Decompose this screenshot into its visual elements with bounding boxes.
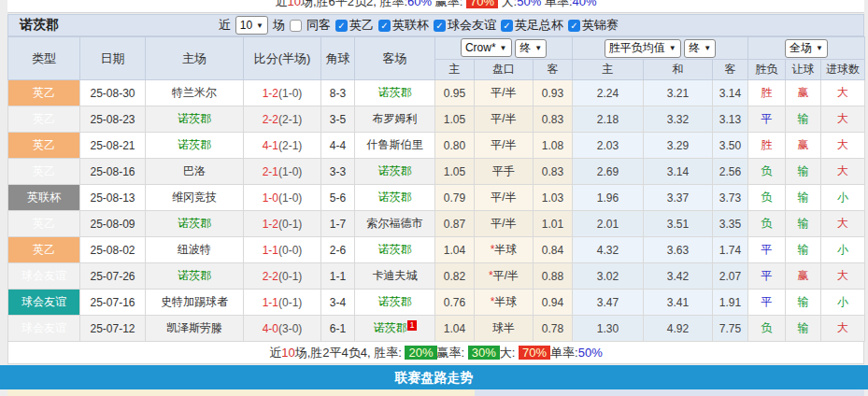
result-handicap: 赢 bbox=[786, 133, 821, 159]
history-panel: 诺茨郡 近 10▼ 场 同客 英乙 英联杯 球会友谊 英足总杯 英锦赛 bbox=[7, 14, 864, 364]
halftime-score: (1-0) bbox=[278, 165, 302, 178]
team-link[interactable]: 巴洛 bbox=[183, 164, 206, 177]
team-link[interactable]: 诺茨郡 bbox=[178, 138, 211, 151]
league-filter-3-checkbox[interactable] bbox=[434, 20, 446, 32]
score-cell: 1-1(0-0) bbox=[244, 237, 321, 263]
handicap-away-odds: 0.88 bbox=[534, 263, 573, 290]
final-value: 终 bbox=[519, 40, 531, 56]
team-link[interactable]: 史特加踢球者 bbox=[161, 295, 228, 308]
chevron-down-icon: ▼ bbox=[534, 44, 542, 52]
col-header-odds-away: 客 bbox=[713, 60, 748, 80]
halftime-score: (0-1) bbox=[278, 270, 302, 283]
fulltime-score: 1-2 bbox=[263, 87, 278, 100]
odds-home: 2.69 bbox=[573, 159, 644, 185]
match-date: 25-08-30 bbox=[80, 80, 146, 106]
home-team-cell: 史特加踢球者 bbox=[146, 290, 244, 316]
handicap-line: 球半 bbox=[475, 316, 534, 342]
summary-segment: 场,胜2平4负4, 胜率: bbox=[295, 345, 402, 361]
league-filter-1-checkbox[interactable] bbox=[335, 20, 348, 32]
odds-avg-select[interactable]: 胜平负均值▼ bbox=[605, 39, 681, 58]
odds-final-select[interactable]: 终▼ bbox=[684, 39, 716, 58]
score-cell: 1-2(1-0) bbox=[244, 80, 321, 106]
chevron-down-icon: ▼ bbox=[669, 44, 676, 52]
team-link[interactable]: 诺茨郡 bbox=[378, 191, 412, 204]
handicap-home-odds: 1.05 bbox=[435, 106, 475, 133]
away-team-cell: 索尔福德市 bbox=[355, 211, 435, 237]
result-goals: 大 bbox=[821, 159, 865, 185]
col-header-type: 类型 bbox=[8, 37, 80, 80]
corner-cell: 5-6 bbox=[321, 185, 355, 211]
next-section-header-cell bbox=[475, 389, 864, 396]
scope-select[interactable]: 全场▼ bbox=[785, 39, 828, 58]
summary-single: 50% bbox=[578, 346, 603, 360]
summary-segment: 赢率: bbox=[432, 0, 462, 8]
corner-cell: 3-4 bbox=[321, 290, 355, 316]
col-header-odds-home: 主 bbox=[573, 60, 644, 80]
changed-line-star: * bbox=[491, 243, 495, 256]
odds-draw: 3.37 bbox=[644, 185, 713, 211]
score-cell: 2-2(2-1) bbox=[244, 106, 321, 133]
same-away-checkbox[interactable] bbox=[290, 20, 302, 32]
team-link[interactable]: 凯泽斯劳滕 bbox=[166, 321, 222, 334]
result-wdl: 负 bbox=[748, 185, 786, 211]
league-filter-5-checkbox[interactable] bbox=[568, 20, 580, 32]
team-link[interactable]: 索尔福德市 bbox=[367, 217, 423, 230]
handicap-home-odds: 0.87 bbox=[435, 211, 475, 237]
handicap-line: 平手 bbox=[475, 159, 534, 185]
summary-rate: 60% bbox=[407, 0, 432, 8]
team-link[interactable]: 诺茨郡 bbox=[378, 164, 412, 177]
note-count-badge: 1 bbox=[407, 320, 416, 331]
odds-draw: 4.92 bbox=[644, 316, 713, 342]
summary-rate-badge: 20% bbox=[405, 346, 436, 360]
match-count-select[interactable]: 10▼ bbox=[235, 16, 268, 35]
result-goals: 小 bbox=[821, 290, 865, 316]
league-badge: 英乙 bbox=[8, 106, 80, 133]
fulltime-score: 4-1 bbox=[263, 139, 278, 152]
handicap-away-odds: 0.83 bbox=[534, 106, 573, 133]
away-team-cell: 布罗姆利 bbox=[355, 106, 435, 133]
summary-segment: 近 bbox=[275, 0, 287, 8]
handicap-home-odds: 1.04 bbox=[435, 237, 475, 263]
match-date: 25-07-12 bbox=[80, 316, 146, 342]
team-link[interactable]: 诺茨郡 bbox=[373, 321, 406, 334]
team-link[interactable]: 诺茨郡 bbox=[378, 86, 412, 99]
home-team-cell: 巴洛 bbox=[146, 159, 244, 185]
team-link[interactable]: 诺茨郡 bbox=[178, 112, 211, 125]
handicap-final-select[interactable]: 终▼ bbox=[515, 39, 547, 58]
team-name-title: 诺茨郡 bbox=[20, 17, 59, 34]
home-team-cell: 诺茨郡 bbox=[146, 106, 244, 133]
team-link[interactable]: 维冈竞技 bbox=[172, 191, 217, 204]
team-link[interactable]: 布罗姆利 bbox=[373, 112, 418, 125]
result-wdl: 平 bbox=[748, 106, 786, 133]
bookmaker-value: Crow* bbox=[465, 41, 496, 54]
team-link[interactable]: 诺茨郡 bbox=[178, 269, 211, 282]
league-filter-2-checkbox[interactable] bbox=[378, 20, 391, 32]
team-link[interactable]: 特兰米尔 bbox=[172, 86, 217, 99]
result-handicap: 赢 bbox=[786, 80, 821, 106]
team-link[interactable]: 诺茨郡 bbox=[378, 243, 412, 256]
team-link[interactable]: 诺茨郡 bbox=[378, 295, 412, 308]
handicap-away-odds: 1.08 bbox=[534, 133, 573, 159]
scope-select-group: 全场▼ bbox=[748, 37, 865, 60]
league-filter-2: 英联杯 bbox=[378, 17, 429, 34]
team-link[interactable]: 什鲁斯伯里 bbox=[367, 138, 423, 151]
fulltime-score: 2-2 bbox=[263, 113, 278, 126]
league-badge: 球会友谊 bbox=[8, 290, 80, 316]
halftime-score: (0-1) bbox=[278, 296, 302, 309]
handicap-line: *平/半 bbox=[475, 263, 534, 290]
fulltime-score: 4-0 bbox=[263, 322, 278, 335]
odds-draw: 3.29 bbox=[644, 133, 713, 159]
handicap-home-odds: 0.82 bbox=[435, 263, 475, 290]
summary-big-badge: 70% bbox=[519, 346, 550, 360]
odds-draw: 3.21 bbox=[644, 80, 713, 106]
team-link[interactable]: 卡迪夫城 bbox=[373, 269, 418, 282]
scope-value: 全场 bbox=[790, 40, 812, 56]
team-link[interactable]: 纽波特 bbox=[178, 243, 211, 256]
league-filter-3-label: 球会友谊 bbox=[448, 17, 496, 34]
result-handicap: 输 bbox=[786, 185, 821, 211]
bookmaker-select[interactable]: Crow*▼ bbox=[461, 38, 512, 57]
league-filter-4-checkbox[interactable] bbox=[501, 20, 513, 32]
result-wdl: 平 bbox=[748, 237, 786, 263]
team-link[interactable]: 诺茨郡 bbox=[178, 217, 211, 230]
league-filter-5: 英锦赛 bbox=[568, 17, 619, 34]
